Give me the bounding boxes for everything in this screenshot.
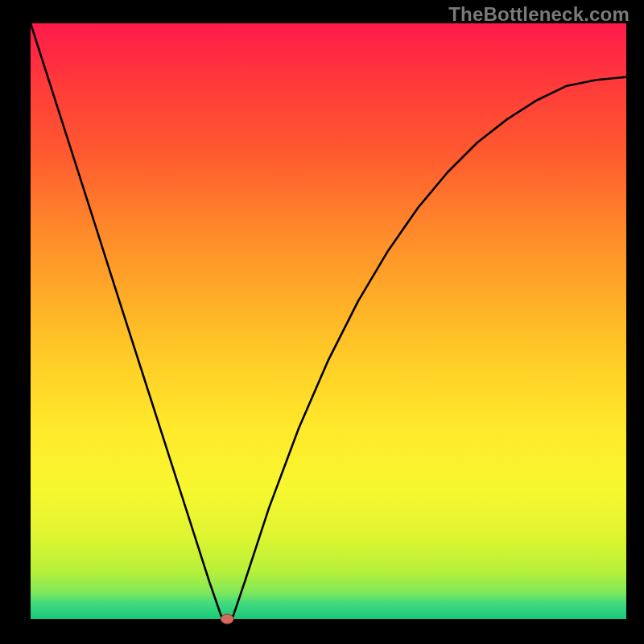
chart-container: TheBottleneck.com: [0, 0, 644, 644]
chart-svg: [0, 0, 644, 644]
plot-background: [31, 23, 626, 619]
dip-marker: [221, 614, 233, 624]
watermark-text: TheBottleneck.com: [448, 3, 630, 26]
